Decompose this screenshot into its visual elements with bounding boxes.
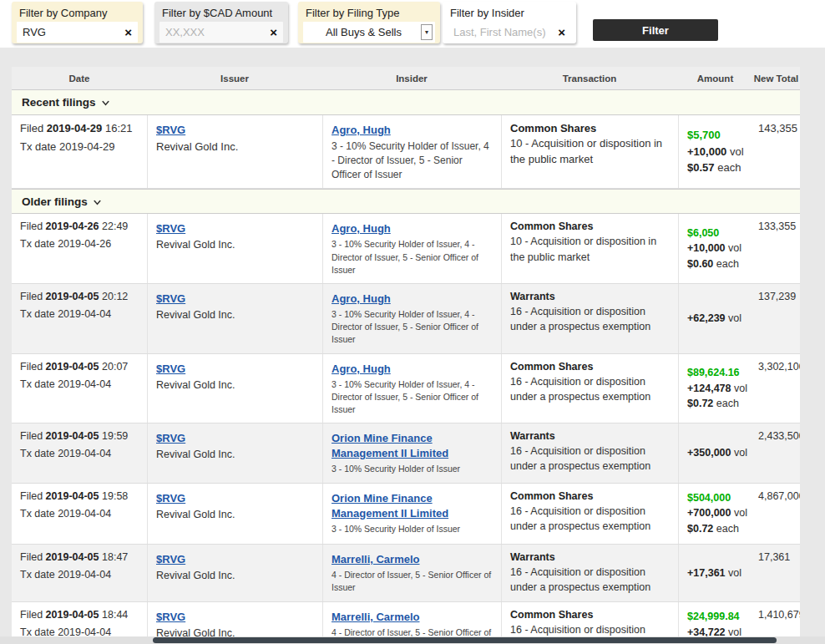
new-total-cell: 17,361 [752, 545, 800, 601]
insider-link[interactable]: Orion Mine Finance Management II Limited [332, 432, 448, 459]
volume-line: +62,239 vol [687, 311, 744, 327]
issuer-name: Revival Gold Inc. [156, 379, 314, 391]
transaction-description: 16 - Acquisition or disposition under a … [510, 444, 670, 474]
ticker-link[interactable]: $RVG [156, 553, 185, 565]
ticker-link[interactable]: $RVG [156, 363, 185, 375]
amount-cell: +62,239 vol [678, 284, 752, 353]
security-type: Common Shares [510, 490, 670, 502]
insider-link[interactable]: Orion Mine Finance Management II Limited [332, 492, 448, 520]
clear-company-icon[interactable]: × [121, 26, 132, 38]
transaction-cell: Warrants 16 - Acquisition or disposition… [501, 284, 678, 353]
insider-cell: Agro, Hugh 3 - 10% Security Holder of Is… [322, 115, 501, 188]
amount-cell: $6,050 +10,000 vol $0.60 each [678, 214, 752, 283]
security-type: Common Shares [510, 609, 670, 621]
insider-roles: 3 - 10% Security Holder of Issuer, 4 - D… [332, 139, 493, 181]
price-line: $0.60 each [687, 256, 744, 272]
insider-roles: 3 - 10% Security Holder of Issuer, 4 - D… [332, 308, 493, 347]
insider-filter-input[interactable] [453, 26, 554, 38]
insider-roles: 4 - Director of Issuer, 5 - Senior Offic… [332, 569, 493, 594]
clear-insider-icon[interactable]: × [554, 26, 565, 38]
ticker-link[interactable]: $RVG [156, 611, 185, 623]
filed-date: Filed 2019-04-05 18:47 [20, 551, 139, 563]
column-header-transaction: Transaction [501, 67, 678, 89]
filter-insider-box: Filter by Insider × [443, 2, 576, 43]
insider-link[interactable]: Marrelli, Carmelo [332, 611, 420, 623]
transaction-cell: Common Shares 10 - Acquisition or dispos… [501, 115, 678, 188]
filing-row: Filed 2019-04-05 20:07 Tx date 2019-04-0… [12, 354, 800, 424]
transaction-cell: Common Shares 16 - Acquisition or dispos… [501, 354, 678, 423]
filter-amount-box: Filter by $CAD Amount × [154, 2, 288, 43]
filter-button[interactable]: Filter [593, 19, 718, 41]
amount-value: $24,999.84 [687, 609, 744, 625]
clear-amount-icon[interactable]: × [266, 26, 277, 38]
security-type: Common Shares [510, 122, 670, 134]
insider-cell: Orion Mine Finance Management II Limited… [322, 423, 501, 482]
volume-line: +700,000 vol [687, 505, 744, 521]
chevron-down-icon [93, 198, 102, 207]
filing-row: Filed 2019-04-05 18:47 Tx date 2019-04-0… [12, 545, 800, 602]
issuer-name: Revival Gold Inc. [156, 309, 314, 321]
issuer-cell: $RVG Revival Gold Inc. [147, 423, 322, 482]
recent-filings-rows: Filed 2019-04-29 16:21 Tx date 2019-04-2… [12, 115, 800, 189]
new-total-cell: 3,302,100 [752, 354, 800, 423]
tx-date: Tx date 2019-04-29 [20, 140, 139, 153]
filing-row: Filed 2019-04-05 20:12 Tx date 2019-04-0… [12, 284, 800, 354]
filter-insider-label: Filter by Insider [448, 6, 571, 22]
tx-date: Tx date 2019-04-26 [20, 238, 139, 250]
horizontal-scrollbar-thumb[interactable] [153, 637, 777, 643]
section-header-older-filings[interactable]: Older filings [12, 189, 800, 214]
date-cell: Filed 2019-04-26 22:49 Tx date 2019-04-2… [12, 214, 147, 283]
tx-date: Tx date 2019-04-04 [20, 508, 139, 520]
insider-link[interactable]: Marrelli, Carmelo [332, 553, 420, 565]
filed-date: Filed 2019-04-29 16:21 [20, 122, 139, 134]
amount-value: $504,000 [687, 490, 744, 506]
issuer-name: Revival Gold Inc. [156, 140, 314, 153]
insider-roles: 3 - 10% Security Holder of Issuer [332, 463, 493, 475]
ticker-link[interactable]: $RVG [156, 292, 185, 305]
chevron-down-icon [101, 99, 110, 108]
issuer-cell: $RVG Revival Gold Inc. [147, 545, 322, 601]
date-cell: Filed 2019-04-05 19:58 Tx date 2019-04-0… [12, 484, 147, 544]
tx-date: Tx date 2019-04-04 [20, 569, 139, 581]
price-line: $0.72 each [687, 396, 744, 412]
dropdown-arrow-icon[interactable]: ▾ [421, 24, 433, 40]
volume-line: +17,361 vol [687, 565, 744, 581]
security-type: Common Shares [510, 221, 670, 232]
amount-value: $5,700 [687, 127, 744, 144]
issuer-cell: $RVG Revival Gold Inc. [147, 214, 322, 283]
transaction-description: 10 - Acquisition or disposition in the p… [510, 234, 670, 264]
insider-link[interactable]: Agro, Hugh [332, 363, 391, 375]
column-header-insider: Insider [322, 67, 501, 89]
amount-value: $6,050 [687, 226, 744, 241]
insider-cell: Orion Mine Finance Management II Limited… [322, 484, 501, 544]
insider-roles: 3 - 10% Security Holder of Issuer, 4 - D… [332, 238, 493, 276]
filings-table: Date Issuer Insider Transaction Amount N… [12, 67, 800, 644]
horizontal-scrollbar-track[interactable] [0, 636, 825, 644]
volume-line: +124,478 vol [687, 381, 744, 397]
filter-company-label: Filter by Company [17, 6, 138, 22]
filing-row: Filed 2019-04-29 16:21 Tx date 2019-04-2… [12, 115, 800, 189]
tx-date: Tx date 2019-04-04 [20, 448, 139, 459]
security-type: Warrants [510, 430, 670, 442]
cad-amount-filter-input[interactable] [165, 26, 266, 38]
ticker-link[interactable]: $RVG [156, 492, 185, 505]
ticker-link[interactable]: $RVG [156, 222, 185, 235]
ticker-link[interactable]: $RVG [156, 124, 185, 136]
insider-link[interactable]: Agro, Hugh [332, 222, 391, 235]
new-total-cell: 4,867,000 [752, 484, 800, 544]
section-title: Recent filings [22, 96, 96, 109]
company-filter-input[interactable] [23, 26, 121, 38]
insider-roles: 3 - 10% Security Holder of Issuer [332, 523, 493, 535]
transaction-description: 16 - Acquisition or disposition under a … [510, 374, 670, 404]
filing-type-select[interactable]: All Buys & Sells ▾ [303, 22, 435, 43]
filed-date: Filed 2019-04-05 19:58 [20, 490, 139, 502]
security-type: Warrants [510, 291, 670, 302]
insider-link[interactable]: Agro, Hugh [332, 124, 391, 136]
ticker-link[interactable]: $RVG [156, 432, 185, 444]
new-total-cell: 143,355 [752, 115, 800, 188]
insider-link[interactable]: Agro, Hugh [332, 292, 391, 305]
issuer-cell: $RVG Revival Gold Inc. [147, 484, 322, 544]
filter-company-box: Filter by Company × [12, 2, 143, 43]
transaction-cell: Warrants 16 - Acquisition or disposition… [501, 545, 678, 601]
section-header-recent-filings[interactable]: Recent filings [12, 90, 800, 115]
